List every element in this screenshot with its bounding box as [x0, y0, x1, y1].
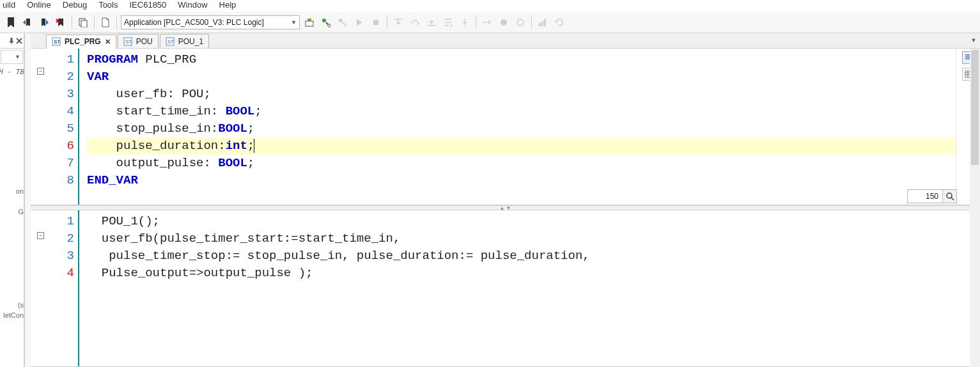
svg-point-7 — [345, 24, 347, 26]
application-selector[interactable]: Application [PLC_AC500_V3: PLC Logic] ▼ — [121, 15, 300, 29]
declaration-pane: − 12345678 PROGRAM PLC_PRG VAR user_fb: … — [31, 49, 980, 205]
tab-label: POU_1 — [178, 37, 203, 46]
tab-pou[interactable]: ST POU — [118, 34, 159, 48]
side-panel: ▼ TH - TB on G s) letCon — [0, 33, 24, 367]
menu-item-debug[interactable]: Debug — [63, 0, 87, 10]
copy-icon[interactable] — [76, 15, 90, 29]
svg-rect-2 — [306, 21, 313, 26]
toolbar-separator — [387, 15, 387, 29]
menu-item-online[interactable]: Online — [27, 0, 51, 10]
toolbar-separator — [476, 15, 476, 29]
svg-point-4 — [322, 19, 326, 22]
tab-plc-prg[interactable]: ST PLC_PRG ✕ — [46, 35, 116, 49]
fold-toggle-icon[interactable]: − — [37, 232, 44, 239]
zoom-magnifier-icon[interactable] — [943, 189, 957, 203]
run-to-cursor-icon[interactable] — [441, 15, 455, 29]
login-icon[interactable] — [319, 15, 333, 29]
chart-icon[interactable] — [536, 15, 550, 29]
st-document-icon: ST — [52, 37, 61, 46]
chevron-down-icon: ▼ — [291, 19, 297, 26]
close-icon[interactable]: ✕ — [105, 38, 111, 46]
svg-rect-1 — [81, 20, 87, 27]
document-icon[interactable] — [98, 15, 113, 29]
tree-fragment: G — [0, 207, 24, 217]
zoom-value[interactable]: 150 — [907, 189, 943, 203]
menu-item-build[interactable]: uild — [3, 0, 15, 10]
svg-rect-12 — [539, 23, 541, 26]
svg-text:ST: ST — [125, 39, 132, 45]
toolbar-separator — [94, 15, 95, 29]
build-icon[interactable] — [302, 15, 316, 29]
tree-fragment: letCon — [0, 310, 24, 320]
editor-region: ST PLC_PRG ✕ ST POU ST POU_1 ▼ — [31, 33, 980, 367]
fold-rail: − — [31, 49, 50, 205]
breakpoint-active-icon[interactable] — [497, 15, 511, 29]
toolbar-separator — [116, 15, 117, 29]
tab-label: POU — [136, 37, 153, 46]
st-document-icon: ST — [123, 37, 132, 46]
scrollbar-thumb[interactable] — [971, 50, 979, 165]
svg-point-9 — [464, 24, 466, 26]
tabs-overflow-button[interactable]: ▼ — [968, 35, 979, 45]
close-icon[interactable] — [16, 38, 22, 44]
line-number-gutter: 1234 — [50, 210, 79, 366]
svg-text:ST: ST — [54, 39, 60, 45]
tree-fragment: TH - TB — [0, 66, 24, 77]
menu-bar: uild Online Debug Tools IEC61850 Window … — [0, 0, 980, 12]
tab-pou-1[interactable]: ST POU_1 — [160, 34, 209, 48]
st-document-icon: ST — [166, 37, 175, 46]
bookmark-prev-icon[interactable] — [20, 15, 35, 29]
set-next-icon[interactable] — [458, 15, 472, 29]
toolbar-separator — [531, 15, 532, 29]
fold-rail: − — [31, 210, 50, 366]
svg-rect-3 — [307, 19, 311, 21]
bookmark-icon[interactable] — [4, 15, 18, 29]
svg-rect-14 — [544, 19, 546, 26]
pin-icon[interactable] — [8, 38, 15, 44]
svg-point-11 — [517, 19, 524, 26]
zoom-control: 150 — [907, 189, 957, 203]
menu-item-help[interactable]: Help — [219, 0, 237, 10]
svg-point-6 — [339, 19, 343, 22]
menu-item-iec61850[interactable]: IEC61850 — [130, 0, 167, 10]
step-out-icon[interactable] — [424, 15, 439, 29]
stop-icon[interactable] — [369, 15, 383, 29]
toolbar: Application [PLC_AC500_V3: PLC Logic] ▼ — [0, 12, 980, 33]
continue-icon[interactable] — [480, 15, 494, 29]
menu-item-tools[interactable]: Tools — [98, 0, 118, 10]
svg-rect-8 — [373, 20, 378, 25]
svg-text:ST: ST — [167, 39, 174, 45]
refresh-icon[interactable] — [552, 15, 566, 29]
menu-item-window[interactable]: Window — [178, 0, 207, 10]
tab-label: PLC_PRG — [65, 37, 101, 46]
panel-dropdown[interactable]: ▼ — [1, 50, 23, 64]
toolbar-separator — [72, 15, 72, 29]
step-into-icon[interactable] — [391, 15, 405, 29]
tree-fragment: s) — [0, 300, 24, 310]
step-over-icon[interactable] — [408, 15, 422, 29]
editor-filler — [24, 33, 31, 367]
fold-toggle-icon[interactable]: − — [37, 68, 44, 75]
logout-icon[interactable] — [336, 15, 350, 29]
body-editor[interactable]: POU_1(); user_fb(pulse_timer_start:=star… — [79, 210, 980, 366]
line-number-gutter: 12345678 — [50, 49, 79, 205]
svg-point-10 — [501, 19, 507, 26]
body-pane: − 1234 POU_1(); user_fb(pulse_timer_star… — [31, 210, 980, 367]
tab-strip: ST PLC_PRG ✕ ST POU ST POU_1 ▼ — [31, 33, 980, 49]
tree-fragment: on — [0, 186, 24, 196]
application-selector-label: Application [PLC_AC500_V3: PLC Logic] — [124, 18, 264, 27]
vertical-scrollbar[interactable] — [970, 49, 980, 367]
svg-point-5 — [328, 24, 331, 26]
breakpoint-inactive-icon[interactable] — [513, 15, 527, 29]
svg-rect-13 — [541, 21, 543, 26]
start-icon[interactable] — [352, 15, 366, 29]
bookmark-clear-icon[interactable] — [54, 15, 68, 29]
declaration-editor[interactable]: PROGRAM PLC_PRG VAR user_fb: POU; start_… — [79, 49, 956, 205]
svg-point-22 — [947, 193, 952, 198]
bookmark-next-icon[interactable] — [37, 15, 51, 29]
pane-splitter[interactable]: ▲▼ — [31, 205, 980, 210]
